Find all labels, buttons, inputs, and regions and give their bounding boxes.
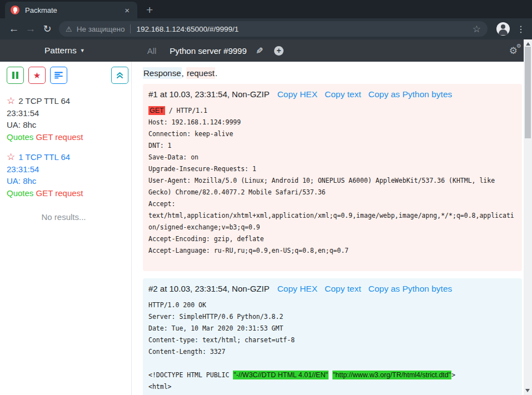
browser-tab-bar: Packmate × + — [0, 0, 532, 18]
align-left-icon — [54, 72, 63, 79]
edit-service-icon[interactable]: ✎ — [256, 46, 263, 56]
no-results-text: No results... — [7, 212, 121, 222]
stream-tags: Quotes GET request — [7, 187, 127, 199]
patterns-label: Patterns — [44, 46, 77, 56]
copy-text-link[interactable]: Copy text — [325, 89, 361, 99]
copy-hex-link[interactable]: Copy HEX — [277, 284, 317, 294]
browser-window: Packmate × + ← → ↻ ⚠ Не защищено 192.168… — [0, 0, 532, 395]
omnibox-divider — [130, 24, 131, 33]
stream-list: ☆ 2 TCP TTL 64 23:31:54 UA: 8hc Quotes G… — [7, 95, 131, 222]
stream-time: 23:31:54 — [7, 107, 127, 119]
tag-quotes: Quotes — [7, 132, 33, 142]
address-bar[interactable]: ⚠ Не защищено 192.168.1.124:65000/#/9999… — [59, 21, 488, 37]
add-service-button[interactable]: + — [274, 46, 284, 56]
star-icon: ★ — [33, 71, 41, 81]
service-nav: All Python server #9999 ✎ + — [141, 46, 284, 56]
tab-close-icon[interactable]: × — [122, 6, 132, 15]
pause-icon — [12, 72, 18, 79]
packet-actions: Copy HEX Copy text Copy as Python bytes — [277, 89, 453, 99]
stream-user-agent: UA: 8hc — [7, 119, 127, 131]
forward-button[interactable]: → — [22, 21, 39, 37]
stream-star-icon[interactable]: ☆ — [7, 95, 15, 107]
tag-get-request: GET request — [36, 132, 83, 142]
direction-legend: Response, request. — [143, 68, 522, 78]
tab-title: Packmate — [25, 6, 122, 14]
browser-toolbar: ← → ↻ ⚠ Не защищено 192.168.1.124:65000/… — [0, 18, 532, 39]
packets-pane: Response, request. #1 at 10.03, 23:31:54… — [132, 62, 532, 395]
stream-item[interactable]: ☆ 2 TCP TTL 64 23:31:54 UA: 8hc Quotes G… — [7, 95, 127, 143]
copy-text-link[interactable]: Copy text — [325, 284, 361, 294]
reload-button[interactable]: ↻ — [39, 21, 56, 37]
collapse-sidebar-button[interactable] — [111, 67, 128, 84]
packet-card-request: #1 at 10.03, 23:31:54, Non-GZIP Copy HEX… — [143, 84, 522, 271]
copy-python-bytes-link[interactable]: Copy as Python bytes — [369, 284, 453, 294]
security-label[interactable]: Не защищено — [77, 25, 125, 33]
packet-body: HTTP/1.0 200 OK Server: SimpleHTTP/0.6 P… — [148, 299, 516, 393]
not-secure-warning-icon: ⚠ — [66, 25, 72, 33]
nav-python-server[interactable]: Python server #9999 — [163, 46, 253, 56]
settings-gears-icon[interactable]: ⚙⚙ — [509, 45, 518, 57]
bookmark-star-icon[interactable]: ☆ — [473, 23, 481, 35]
stream-user-agent: UA: 8hc — [7, 175, 127, 187]
favorites-filter-button[interactable]: ★ — [28, 67, 46, 84]
scrollbar-up-arrow-icon[interactable] — [526, 42, 530, 46]
stream-item-selected[interactable]: ☆ 1 TCP TTL 64 23:31:54 UA: 8hc Quotes G… — [7, 151, 127, 199]
app-header: Patterns ▼ All Python server #9999 ✎ + ⚙… — [0, 39, 532, 62]
stream-time: 23:31:54 — [7, 163, 127, 176]
page-content: ★ — [0, 62, 532, 395]
tag-quotes: Quotes — [7, 188, 33, 198]
packet-title: #1 at 10.03, 23:31:54, Non-GZIP — [148, 89, 270, 99]
url-text[interactable]: 192.168.1.124:65000/#/9999/1 — [136, 25, 238, 33]
chevron-down-icon: ▼ — [80, 48, 85, 53]
page-scrollbar[interactable] — [524, 39, 532, 395]
stream-title: 1 TCP TTL 64 — [18, 151, 70, 163]
streams-sidebar: ★ — [0, 62, 132, 395]
nav-all[interactable]: All — [141, 46, 163, 56]
browser-tab[interactable]: Packmate × — [5, 2, 137, 18]
stream-star-icon[interactable]: ☆ — [7, 151, 15, 163]
packet-title: #2 at 10.03, 23:31:54, Non-GZIP — [148, 284, 270, 293]
pause-button[interactable] — [7, 67, 24, 84]
stream-tags: Quotes GET request — [7, 131, 127, 143]
profile-avatar[interactable] — [496, 22, 510, 36]
new-tab-button[interactable]: + — [146, 4, 153, 16]
scrollbar-thumb[interactable] — [525, 47, 531, 138]
browser-menu-icon[interactable]: ⋮ — [516, 24, 525, 34]
copy-hex-link[interactable]: Copy HEX — [277, 89, 317, 99]
packet-body: GET / HTTP/1.1 Host: 192.168.1.124:9999 … — [148, 105, 516, 257]
list-filter-button[interactable] — [50, 67, 67, 84]
scrollbar-down-arrow-icon[interactable] — [525, 389, 530, 392]
back-button[interactable]: ← — [6, 21, 22, 37]
copy-python-bytes-link[interactable]: Copy as Python bytes — [369, 89, 453, 99]
tag-get-request: GET request — [36, 188, 83, 198]
double-chevron-up-icon — [116, 72, 123, 79]
packet-actions: Copy HEX Copy text Copy as Python bytes — [277, 284, 453, 294]
sidebar-toolbar: ★ — [7, 67, 131, 84]
stream-title: 2 TCP TTL 64 — [18, 95, 70, 107]
patterns-dropdown[interactable]: Patterns ▼ — [44, 46, 85, 56]
packmate-favicon-icon — [11, 6, 19, 14]
packet-card-response: #2 at 10.03, 23:31:54, Non-GZIP Copy HEX… — [143, 278, 522, 395]
